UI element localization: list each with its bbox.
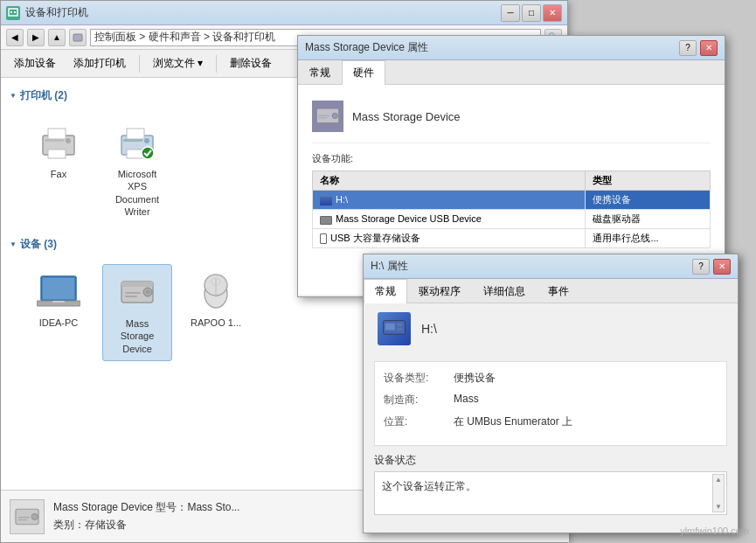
svg-point-14: [142, 147, 154, 159]
svg-point-34: [332, 113, 337, 118]
xps-printer-icon: [115, 121, 159, 164]
tab-h-events[interactable]: 事件: [537, 279, 580, 303]
tab-h-details[interactable]: 详细信息: [472, 279, 537, 303]
location-label: 位置:: [384, 414, 454, 429]
drive-icon: [320, 197, 332, 205]
tab-h-driver[interactable]: 驱动程序: [407, 279, 472, 303]
mouse-icon: [194, 269, 238, 313]
table-row-usb-device[interactable]: Mass Storage Device USB Device 磁盘驱动器: [313, 210, 711, 229]
table-row-usb-mass[interactable]: USB 大容量存储设备 通用串行总线...: [313, 229, 711, 248]
mass-storage-help-button[interactable]: ?: [679, 40, 697, 56]
scrollbar[interactable]: ▲ ▼: [712, 474, 725, 512]
mass-storage-label: Mass Storage Device: [108, 317, 166, 355]
usb-mass-type-cell: 通用串行总线...: [586, 229, 711, 248]
svg-point-12: [144, 138, 149, 143]
browse-files-button[interactable]: 浏览文件 ▾: [145, 52, 211, 74]
fax-label: Fax: [51, 168, 66, 180]
svg-rect-16: [43, 278, 74, 299]
svg-rect-36: [318, 117, 327, 118]
mass-storage-tabs: 常规 硬件: [298, 60, 725, 85]
props-row-location: 位置: 在 UMBus Enumerator 上: [384, 414, 718, 429]
scroll-down[interactable]: ▼: [715, 503, 722, 511]
status-text-area: 这个设备运转正常。 ▲ ▼: [374, 471, 727, 515]
hdrive-name-cell: H:\: [313, 191, 586, 210]
scroll-up[interactable]: ▲: [715, 476, 722, 484]
svg-rect-3: [73, 34, 82, 41]
status-section: 设备状态 这个设备运转正常。 ▲ ▼: [374, 453, 727, 515]
mass-storage-close-button[interactable]: ✕: [700, 40, 718, 56]
triangle-icon-2: ▼: [10, 240, 17, 248]
location-button[interactable]: [69, 29, 87, 46]
props-row-type: 设备类型: 便携设备: [384, 371, 718, 386]
table-header-type: 类型: [586, 171, 711, 191]
usb-icon: [320, 233, 327, 244]
close-button[interactable]: ✕: [543, 4, 562, 22]
usb-mass-name-cell: USB 大容量存储设备: [313, 229, 586, 248]
device-header-icon: [312, 101, 343, 132]
status-device-icon: [10, 499, 45, 534]
h-drive-tabs: 常规 驱动程序 详细信息 事件: [364, 279, 738, 303]
laptop-icon: [37, 269, 80, 313]
svg-rect-35: [318, 115, 329, 116]
fax-icon: [37, 121, 80, 164]
maximize-button[interactable]: □: [522, 4, 541, 22]
add-device-button[interactable]: 添加设备: [6, 52, 64, 74]
device-item-rapoo[interactable]: RAPOO 1...: [181, 264, 251, 361]
manufacturer-value: Mass: [454, 393, 479, 407]
printers-header-label: 打印机 (2): [20, 88, 67, 103]
ideapc-label: IDEA-PC: [39, 317, 79, 329]
device-item-ideapc[interactable]: IDEA-PC: [24, 264, 94, 361]
svg-rect-5: [48, 129, 66, 139]
tab-h-general[interactable]: 常规: [364, 279, 407, 303]
hdd-icon: [320, 216, 332, 225]
delete-device-button[interactable]: 删除设备: [222, 52, 280, 74]
add-printer-button[interactable]: 添加打印机: [66, 52, 134, 74]
browse-label: 浏览文件 ▾: [153, 56, 203, 71]
h-drive-help-button[interactable]: ?: [692, 259, 710, 275]
device-item-mass-storage[interactable]: Mass Storage Device: [102, 264, 172, 361]
main-title-bar: 设备和打印机 ─ □ ✕: [1, 1, 567, 25]
svg-rect-10: [127, 129, 144, 139]
device-function-table: 名称 类型 H:\ 便携设备 Mass Storage Device USB D…: [312, 171, 711, 248]
tab-general[interactable]: 常规: [298, 60, 342, 85]
forward-button[interactable]: ▶: [27, 29, 45, 46]
mass-storage-title-bar: Mass Storage Device 属性 ? ✕: [298, 36, 725, 60]
status-ok-text: 这个设备运转正常。: [382, 480, 476, 492]
table-header-name: 名称: [313, 171, 586, 191]
svg-rect-0: [9, 9, 17, 16]
svg-rect-1: [10, 11, 12, 13]
h-drive-title-bar: H:\ 属性 ? ✕: [364, 254, 738, 279]
storage-device-icon: [115, 270, 159, 314]
up-button[interactable]: ▲: [48, 29, 66, 46]
device-item-xps[interactable]: Microsoft XPS Document Writer: [102, 115, 172, 223]
device-item-fax[interactable]: Fax: [24, 115, 94, 223]
table-row-hdrive[interactable]: H:\ 便携设备: [313, 191, 711, 210]
rapoo-label: RAPOO 1...: [191, 317, 241, 329]
h-drive-close-button[interactable]: ✕: [713, 259, 731, 275]
triangle-icon: ▼: [10, 92, 17, 100]
props-row-manufacturer: 制造商: Mass: [384, 393, 718, 407]
watermark: ylmfwin100.com: [680, 526, 749, 536]
device-header-name: Mass Storage Device: [352, 110, 461, 123]
back-button[interactable]: ◀: [6, 29, 24, 46]
svg-rect-39: [397, 324, 402, 326]
mass-storage-dialog-title: Mass Storage Device 属性: [305, 40, 428, 55]
main-window-title: 设备和打印机: [25, 5, 88, 20]
status-info: Mass Storage Device 型号：Mass Sto... 类别：存储…: [53, 499, 239, 533]
svg-rect-24: [125, 296, 137, 297]
toolbar-separator-2: [216, 55, 217, 73]
minimize-button[interactable]: ─: [501, 4, 520, 22]
status-line2: 类别：存储设备: [53, 517, 239, 533]
svg-rect-18: [52, 301, 65, 303]
usb-device-type-cell: 磁盘驱动器: [586, 210, 711, 229]
tab-hardware[interactable]: 硬件: [342, 60, 385, 85]
svg-rect-40: [397, 328, 402, 330]
toolbar-separator: [139, 55, 140, 73]
add-device-label: 添加设备: [14, 56, 56, 71]
device-status-title: 设备状态: [374, 453, 727, 468]
main-window-icon: [6, 6, 20, 20]
svg-rect-2: [14, 11, 16, 13]
svg-rect-6: [48, 150, 66, 158]
svg-point-30: [31, 513, 38, 519]
h-drive-dialog: H:\ 属性 ? ✕ 常规 驱动程序 详细信息 事件 H:\: [363, 254, 739, 533]
